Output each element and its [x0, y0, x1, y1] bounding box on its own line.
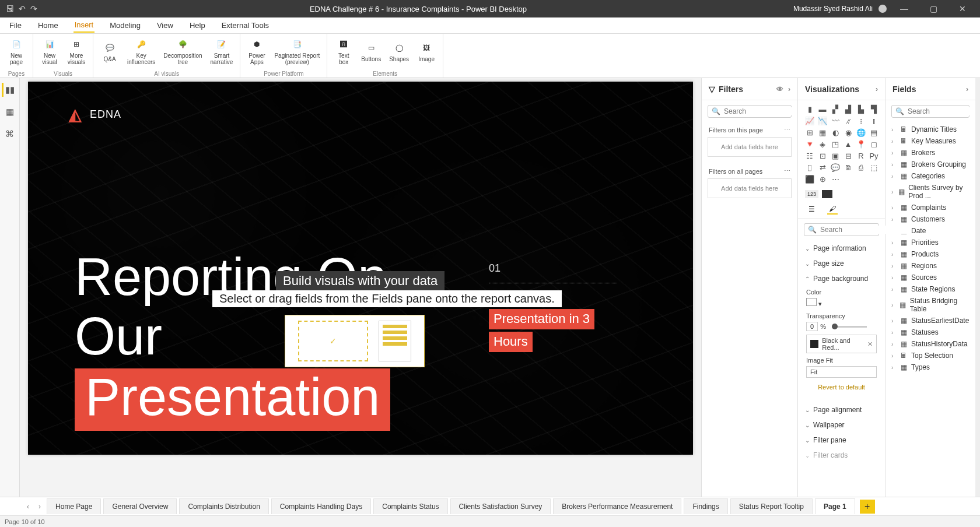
menu-tab-external-tools[interactable]: External Tools [220, 19, 270, 32]
filters-search[interactable]: 🔍 [708, 105, 792, 118]
viz-type-icon[interactable]: 🌐 [855, 127, 867, 138]
viz-search[interactable]: 🔍 [804, 223, 879, 236]
field-priorities[interactable]: ›▦Priorities [890, 237, 971, 248]
field-products[interactable]: ›▦Products [890, 248, 971, 260]
viz-chip-dark[interactable] [822, 190, 832, 198]
field-regions[interactable]: ›▦Regions [890, 260, 971, 272]
transparency-slider[interactable] [832, 326, 867, 328]
viz-type-icon[interactable]: ⊡ [817, 150, 828, 161]
section-page-info[interactable]: ⌄Page information [798, 241, 885, 256]
section-filter-pane[interactable]: ⌄Filter pane [798, 433, 885, 448]
field-brokers[interactable]: ›▦Brokers [890, 147, 971, 159]
page-tab-page-1[interactable]: Page 1 [815, 498, 855, 514]
menu-tab-modeling[interactable]: Modeling [108, 19, 142, 32]
viz-type-icon[interactable]: ⊞ [804, 127, 816, 138]
minimize-button[interactable]: — [892, 4, 916, 13]
viz-type-icon[interactable]: 💬 [830, 162, 841, 173]
ribbon-key[interactable]: 🔑Keyinfluencers [124, 36, 159, 66]
page-tab-home-page[interactable]: Home Page [47, 498, 101, 514]
report-view-icon[interactable]: ▮▮ [2, 83, 16, 97]
ribbon-decomposition[interactable]: 🌳Decompositiontree [160, 36, 205, 66]
maximize-button[interactable]: ▢ [922, 4, 945, 13]
field-brokers-grouping[interactable]: ›▦Brokers Grouping [890, 159, 971, 170]
collapse-icon[interactable]: › [876, 85, 878, 93]
ribbon-image[interactable]: 🖼Image [414, 36, 439, 66]
undo-icon[interactable]: ↶ [19, 4, 26, 13]
viz-type-icon[interactable]: ⬛ [804, 174, 816, 184]
viz-type-icon[interactable]: 〰 [830, 115, 841, 126]
viz-type-icon[interactable]: ⊟ [842, 150, 854, 161]
avatar-icon[interactable] [878, 5, 887, 13]
data-view-icon[interactable]: ▦ [3, 105, 17, 119]
page-tab-status-report-tooltip[interactable]: Status Report Tooltip [730, 498, 813, 514]
ribbon-text[interactable]: 🅰Textbox [331, 36, 356, 66]
more-icon[interactable]: ⋯ [784, 167, 790, 175]
menu-tab-help[interactable]: Help [188, 19, 206, 32]
filters-all-drop[interactable]: Add data fields here [708, 178, 792, 198]
field-statushistorydata[interactable]: ›▦StatusHistoryData [890, 338, 971, 350]
viz-type-icon[interactable]: Py [868, 150, 880, 161]
viz-type-icon[interactable]: 📈 [804, 115, 816, 126]
dropdown-icon[interactable]: ▾ [818, 300, 822, 307]
field-statuses[interactable]: ›▦Statuses [890, 326, 971, 338]
canvas-area[interactable]: ◭ EDNA Reporting On Our Presentation Bui… [20, 78, 701, 497]
viz-type-icon[interactable]: ▙ [855, 104, 867, 114]
ribbon-q-a[interactable]: 💬Q&A [97, 36, 123, 66]
field-clients-survey-by-prod-[interactable]: ›▦Clients Survey by Prod ... [890, 182, 971, 202]
remove-image-icon[interactable]: ✕ [867, 340, 873, 348]
menu-tab-file[interactable]: File [8, 19, 23, 32]
viz-type-icon[interactable]: ▞ [830, 104, 841, 114]
ribbon-new[interactable]: 📊Newvisual [37, 36, 62, 66]
format-tab-icon[interactable]: 🖌 [827, 204, 838, 215]
ribbon-smart[interactable]: 📝Smartnarrative [207, 36, 237, 66]
viz-type-icon[interactable]: ◳ [830, 139, 841, 149]
fields-search[interactable]: 🔍 [891, 105, 970, 118]
viz-type-icon[interactable]: ▟ [842, 104, 854, 114]
viz-type-icon[interactable]: ⬚ [868, 162, 880, 173]
viz-type-icon[interactable]: ▦ [817, 127, 828, 138]
viz-type-icon[interactable]: ▜ [868, 104, 880, 114]
more-icon[interactable]: ⋯ [784, 126, 790, 133]
section-page-align[interactable]: ⌄Page alignment [798, 402, 885, 417]
menu-tab-home[interactable]: Home [37, 19, 60, 32]
image-fit-select[interactable]: Fit [806, 366, 877, 378]
field-sources[interactable]: ›▦Sources [890, 272, 971, 283]
color-swatch[interactable] [806, 298, 817, 306]
ribbon-shapes[interactable]: ◯Shapes [386, 36, 412, 66]
collapse-icon[interactable]: › [966, 85, 968, 93]
field-customers[interactable]: ›▦Customers [890, 213, 971, 225]
revert-default[interactable]: Revert to default [806, 378, 877, 396]
fields-search-input[interactable] [908, 107, 980, 115]
section-page-size[interactable]: ⌄Page size [798, 256, 885, 271]
viz-type-icon[interactable]: ◐ [830, 127, 841, 138]
page-tab-complaints-distribution[interactable]: Complaints Distribution [179, 498, 268, 514]
viz-type-icon[interactable]: ⎙ [855, 162, 867, 173]
ribbon-new[interactable]: 📄Newpage [4, 36, 29, 66]
viz-type-icon[interactable]: ⫽ [842, 115, 854, 126]
collapse-icon[interactable]: › [788, 85, 790, 93]
viz-type-icon[interactable]: ◈ [817, 139, 828, 149]
viz-type-icon[interactable]: 📉 [817, 115, 828, 126]
prev-page-icon[interactable]: ‹ [23, 503, 33, 511]
viz-type-icon[interactable]: 🔻 [804, 139, 816, 149]
ribbon-paginated-report[interactable]: 📑Paginated Report(preview) [271, 36, 323, 66]
page-tab-complaints-status[interactable]: Complaints Status [373, 498, 447, 514]
page-tab-clients-satisfaction-survey[interactable]: Clients Satisfaction Survey [450, 498, 551, 514]
viz-type-icon[interactable]: ⫿ [868, 115, 880, 126]
field-key-measures[interactable]: ›🖩Key Measures [890, 135, 971, 147]
viz-type-icon[interactable]: 🗎 [842, 162, 854, 173]
section-page-bg[interactable]: ⌃Page background [798, 271, 885, 286]
ribbon-power[interactable]: ⬢PowerApps [244, 36, 270, 66]
page-tab-findings[interactable]: Findings [684, 498, 727, 514]
field-state-regions[interactable]: ›▦State Regions [890, 283, 971, 295]
field-status-bridging-table[interactable]: ›▦Status Bridging Table [890, 295, 971, 315]
field-dynamic-titles[interactable]: ›🖩Dynamic Titles [890, 124, 971, 135]
page-tab-brokers-performance-measurement[interactable]: Brokers Performance Measurement [553, 498, 681, 514]
close-button[interactable]: ✕ [951, 4, 974, 13]
viz-type-icon[interactable]: ⊕ [817, 174, 828, 184]
viz-type-icon[interactable]: ⫶ [855, 115, 867, 126]
field-complaints[interactable]: ›▦Complaints [890, 202, 971, 213]
next-page-icon[interactable]: › [35, 503, 44, 511]
ribbon-more[interactable]: ⊞Morevisuals [64, 36, 89, 66]
field-statusearliestdate[interactable]: ›▦StatusEarliestDate [890, 315, 971, 326]
